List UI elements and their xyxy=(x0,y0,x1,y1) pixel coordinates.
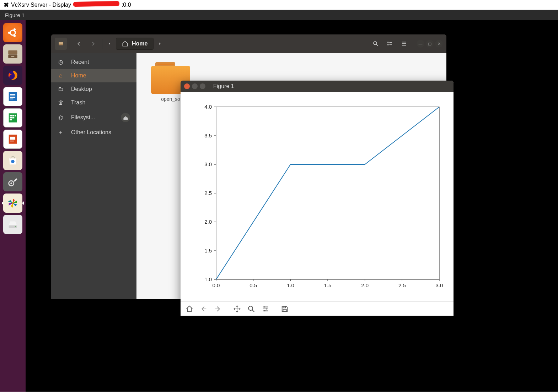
mpl-minimize-button[interactable] xyxy=(192,83,198,89)
nav-forward-button[interactable] xyxy=(87,38,99,50)
path-up-button[interactable] xyxy=(105,38,114,50)
svg-point-2 xyxy=(14,28,16,31)
triangle-left-icon xyxy=(108,42,111,46)
sidebar-item-label: Filesyst... xyxy=(71,114,95,121)
window-maximize-button[interactable]: ▢ xyxy=(426,40,434,48)
svg-rect-11 xyxy=(10,97,15,98)
hamburger-menu-button[interactable] xyxy=(398,38,410,50)
sidebar-item-label: Recent xyxy=(71,59,89,65)
mpl-zoom-button[interactable] xyxy=(245,303,258,315)
svg-point-25 xyxy=(10,183,12,184)
sidebar-item-trash[interactable]: 🗑 Trash xyxy=(51,96,136,109)
svg-rect-34 xyxy=(390,42,392,43)
plus-icon: + xyxy=(58,129,64,136)
sidebar-item-label: Other Locations xyxy=(71,129,111,136)
mpl-toolbar xyxy=(181,301,454,316)
desktop-area: Home — ▢ ✕ ◷ xyxy=(0,20,558,392)
sliders-icon xyxy=(262,305,269,313)
clock-icon: ◷ xyxy=(58,59,64,65)
mpl-back-button[interactable] xyxy=(197,303,210,315)
drive-icon xyxy=(7,218,19,230)
calc-icon xyxy=(7,112,19,124)
svg-rect-33 xyxy=(387,44,388,45)
sidebar-item-label: Trash xyxy=(71,99,85,106)
move-icon xyxy=(233,305,241,313)
svg-point-31 xyxy=(374,42,377,45)
mpl-save-button[interactable] xyxy=(278,303,291,315)
matplotlib-window[interactable]: Figure 1 0.00.51.01.52.02.53.01.01.52.02… xyxy=(181,81,454,316)
svg-rect-70 xyxy=(283,309,286,311)
impress-icon xyxy=(7,133,19,145)
search-icon xyxy=(372,40,379,47)
svg-text:3.5: 3.5 xyxy=(204,132,212,138)
mpl-forward-button[interactable] xyxy=(211,303,225,315)
view-options-button[interactable] xyxy=(384,38,396,50)
shopping-bag-icon xyxy=(7,154,19,167)
svg-rect-21 xyxy=(10,137,15,140)
home-icon xyxy=(122,40,128,47)
svg-rect-32 xyxy=(387,42,388,43)
eject-button[interactable]: ⏏ xyxy=(121,113,130,122)
svg-text:4.0: 4.0 xyxy=(204,104,212,110)
mpl-maximize-button[interactable] xyxy=(200,83,205,89)
search-button[interactable] xyxy=(370,38,382,50)
chevron-left-icon xyxy=(76,41,82,47)
path-next-button[interactable] xyxy=(156,38,164,50)
triangle-right-icon xyxy=(158,42,162,46)
firefox-icon xyxy=(7,69,19,81)
launcher-writer[interactable] xyxy=(3,87,22,106)
launcher-files[interactable] xyxy=(3,44,22,64)
sidebar-item-home[interactable]: ⌂ Home xyxy=(51,69,136,82)
svg-text:1.5: 1.5 xyxy=(204,247,212,254)
redacted-hostname xyxy=(73,1,119,6)
xserver-title-bar: Figure 1 xyxy=(0,10,558,20)
svg-text:0.0: 0.0 xyxy=(213,282,220,288)
launcher-software[interactable] xyxy=(3,151,22,170)
launcher-drive[interactable] xyxy=(3,215,22,234)
maximize-icon: ▢ xyxy=(428,42,431,46)
places-sidebar: ◷ Recent ⌂ Home 🗀 Desktop 🗑 Trash ⌬ xyxy=(51,53,136,299)
svg-rect-29 xyxy=(59,42,63,44)
save-icon xyxy=(281,305,289,313)
sidebar-item-recent[interactable]: ◷ Recent xyxy=(51,55,136,69)
launcher-dash[interactable] xyxy=(3,23,22,42)
svg-point-28 xyxy=(15,226,16,227)
launcher-impress[interactable] xyxy=(3,130,22,149)
svg-rect-6 xyxy=(11,56,15,57)
window-minimize-button[interactable]: — xyxy=(417,40,424,48)
magnify-icon xyxy=(247,305,255,313)
nav-back-button[interactable] xyxy=(73,38,85,50)
path-label: Home xyxy=(132,40,147,47)
icon-view-button[interactable] xyxy=(55,38,67,50)
matplotlib-title-bar[interactable]: Figure 1 xyxy=(181,81,454,92)
svg-text:3.0: 3.0 xyxy=(204,161,212,167)
sidebar-item-desktop[interactable]: 🗀 Desktop xyxy=(51,82,136,96)
grid-list-icon xyxy=(387,40,393,47)
host-title-suffix: :0.0 xyxy=(122,2,131,8)
eject-icon: ⏏ xyxy=(123,114,128,121)
svg-rect-19 xyxy=(10,119,12,120)
mpl-pan-button[interactable] xyxy=(230,303,244,315)
mpl-home-button[interactable] xyxy=(183,303,196,315)
gear-wrench-icon xyxy=(7,176,19,188)
mpl-configure-button[interactable] xyxy=(259,303,272,315)
mpl-close-button[interactable] xyxy=(184,83,190,89)
svg-point-66 xyxy=(264,306,265,307)
svg-rect-16 xyxy=(15,115,16,116)
focus-indicator-icon xyxy=(22,201,24,205)
path-box[interactable]: Home xyxy=(116,38,154,50)
svg-rect-12 xyxy=(10,99,13,99)
sidebar-item-other-locations[interactable]: + Other Locations xyxy=(51,126,136,139)
window-close-button[interactable]: ✕ xyxy=(435,40,443,48)
svg-point-68 xyxy=(264,310,265,311)
svg-rect-18 xyxy=(12,117,15,118)
launcher-settings[interactable] xyxy=(3,172,22,191)
sidebar-item-filesystem[interactable]: ⌬ Filesyst... ⏏ xyxy=(51,109,136,126)
host-title-bar: ✖ VcXsrv Server - Display :0.0 xyxy=(0,0,558,10)
svg-rect-8 xyxy=(9,92,17,101)
running-indicator-icon xyxy=(2,201,4,205)
launcher-orange-app[interactable] xyxy=(3,194,22,213)
launcher-calc[interactable] xyxy=(3,108,22,127)
launcher-firefox[interactable] xyxy=(3,66,22,85)
svg-rect-35 xyxy=(390,44,392,45)
